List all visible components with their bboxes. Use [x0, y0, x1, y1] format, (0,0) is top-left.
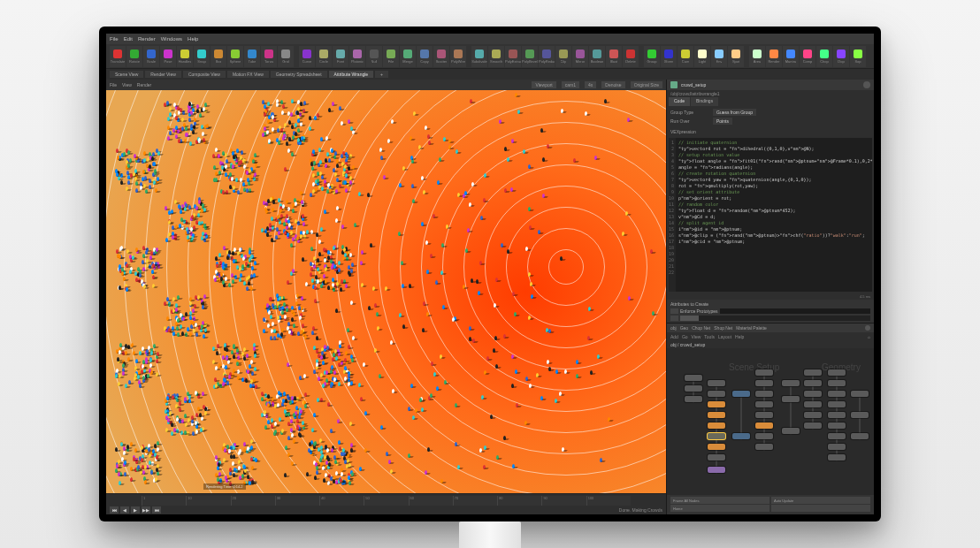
net-menu-add[interactable]: Add [670, 334, 678, 339]
shelf-tool-file[interactable]: File [383, 46, 399, 67]
vp-menu-render[interactable]: Render [137, 82, 151, 88]
network-node[interactable] [708, 454, 725, 460]
network-node[interactable] [708, 401, 725, 407]
shelf-tool-font[interactable]: Font [333, 46, 348, 67]
network-node[interactable] [851, 433, 869, 439]
network-breadcrumb[interactable]: obj / crowd_setup [667, 341, 874, 348]
tl-first-button[interactable]: ⏮ [110, 506, 119, 514]
net-footer-btn-4[interactable] [771, 505, 870, 512]
network-node[interactable] [804, 401, 822, 407]
net-tab-shop[interactable]: Shop Net [714, 325, 732, 331]
shelf-tool-box[interactable]: Box [211, 46, 226, 67]
net-menu-help[interactable]: Help [735, 334, 744, 339]
network-node[interactable] [828, 401, 846, 407]
tl-last-button[interactable]: ⏭ [152, 506, 161, 514]
net-tab-obj[interactable]: obj [670, 325, 677, 331]
network-node[interactable] [804, 380, 822, 386]
pane-tab-add[interactable]: + [375, 71, 388, 78]
attr-toggle-1[interactable] [670, 308, 678, 314]
menu-render[interactable]: Render [138, 36, 156, 42]
tl-prev-button[interactable]: ◀ [120, 506, 129, 514]
shelf-tool-light[interactable]: Light [694, 46, 710, 67]
network-node[interactable] [685, 385, 702, 392]
network-node[interactable] [828, 444, 846, 450]
shelf-tool-smooth[interactable]: Smooth [488, 46, 504, 67]
shelf-tool-curve[interactable]: Curve [299, 46, 315, 67]
shelf-tool-snap[interactable]: Snap [194, 46, 210, 67]
shelf-tool-translate[interactable]: Translate [110, 46, 126, 67]
pin-icon[interactable] [865, 325, 870, 331]
shelf-tool-copy[interactable]: Copy [417, 46, 433, 67]
shelf-tool-spot[interactable]: Spot [728, 46, 744, 67]
menu-file[interactable]: File [110, 36, 119, 42]
network-node[interactable] [755, 369, 773, 376]
shelf-tool-platonic[interactable]: Platonic [349, 46, 365, 67]
vp-camera[interactable]: cam1 [562, 81, 579, 88]
shelf-tool-subdivide[interactable]: Subdivide [471, 46, 487, 67]
network-node[interactable] [828, 433, 846, 439]
net-tab-mat[interactable]: Material Palette [736, 325, 767, 331]
network-node[interactable] [685, 396, 702, 402]
network-node[interactable] [708, 380, 725, 386]
shelf-tool-dop[interactable]: Dop [833, 46, 849, 67]
pane-tab-composite-view[interactable]: Composite View [183, 71, 226, 78]
shelf-tool-sphere[interactable]: Sphere [227, 46, 243, 67]
shelf-tool-mirror[interactable]: Mirror [572, 46, 588, 67]
network-node[interactable] [851, 412, 869, 418]
group-type-dropdown[interactable]: Guess from Group [713, 109, 756, 116]
pane-tab-attribute-wrangle[interactable]: Attribute Wrangle [329, 71, 374, 78]
shelf-tool-boolean[interactable]: Boolean [589, 46, 605, 67]
net-tab-geo[interactable]: Geo [680, 325, 688, 331]
shelf-tool-comp[interactable]: Comp [800, 46, 815, 67]
net-footer-btn-1[interactable]: Frame All Nodes [670, 497, 769, 504]
net-footer-btn-2[interactable]: Home [670, 505, 769, 512]
network-node[interactable] [804, 422, 822, 429]
shelf-tool-grid[interactable]: Grid [278, 46, 294, 67]
net-menu-view[interactable]: View [692, 334, 701, 339]
net-menu-go[interactable]: Go [682, 334, 688, 339]
network-node[interactable] [755, 401, 773, 407]
pane-tab-render-view[interactable]: Render View [145, 71, 181, 78]
shelf-tool-null[interactable]: Null [366, 46, 382, 67]
network-node[interactable] [708, 467, 725, 473]
network-node[interactable] [804, 369, 822, 376]
shelf-tool-scale[interactable]: Scale [143, 46, 159, 67]
shelf-tool-sop[interactable]: Sop [850, 46, 866, 67]
shelf-tool-polyreduce[interactable]: PolyReduce [539, 46, 555, 67]
menu-help[interactable]: Help [188, 36, 198, 42]
shelf-tool-delete[interactable]: Delete [623, 46, 639, 67]
network-node[interactable] [685, 375, 702, 381]
network-node[interactable] [782, 380, 800, 386]
attr-toggle-2[interactable] [670, 316, 678, 321]
network-node[interactable] [708, 412, 725, 418]
network-node[interactable] [755, 433, 773, 439]
network-node[interactable] [732, 433, 750, 439]
menu-windows[interactable]: Windows [161, 36, 182, 42]
pane-tab-motion-fx-view[interactable]: Motion FX View [227, 71, 269, 78]
pane-tab-scene-view[interactable]: Scene View [110, 71, 143, 78]
shelf-tool-chop[interactable]: Chop [816, 46, 832, 67]
menu-edit[interactable]: Edit [124, 36, 133, 42]
net-menu-layout[interactable]: Layout [718, 334, 731, 339]
shelf-tool-clip[interactable]: Clip [555, 46, 571, 67]
shelf-tool-rotate[interactable]: Rotate [126, 46, 142, 67]
network-node[interactable] [708, 391, 725, 397]
shelf-tool-scatter[interactable]: Scatter [433, 46, 449, 67]
network-node[interactable] [828, 391, 846, 397]
shelf-tool-tube[interactable]: Tube [244, 46, 260, 67]
network-node[interactable] [828, 422, 846, 429]
net-footer-btn-3[interactable]: Auto Update [771, 497, 870, 504]
network-node[interactable] [782, 428, 800, 434]
network-node[interactable] [828, 380, 846, 386]
network-node[interactable] [828, 369, 846, 376]
gear-icon[interactable] [863, 81, 870, 88]
shelf-tool-group[interactable]: Group [644, 46, 660, 67]
shelf-tool-merge[interactable]: Merge [400, 46, 416, 67]
shelf-tool-render[interactable]: Render [766, 46, 782, 67]
shelf-tool-pose[interactable]: Pose [160, 46, 176, 67]
code-editor[interactable]: 12345678910111213141516171819202122 // i… [669, 138, 872, 292]
tl-next-button[interactable]: ▶▶ [142, 506, 150, 514]
vp-menu-file[interactable]: File [110, 82, 117, 88]
network-node[interactable] [755, 444, 773, 450]
shelf-tool-env[interactable]: Env [711, 46, 727, 67]
